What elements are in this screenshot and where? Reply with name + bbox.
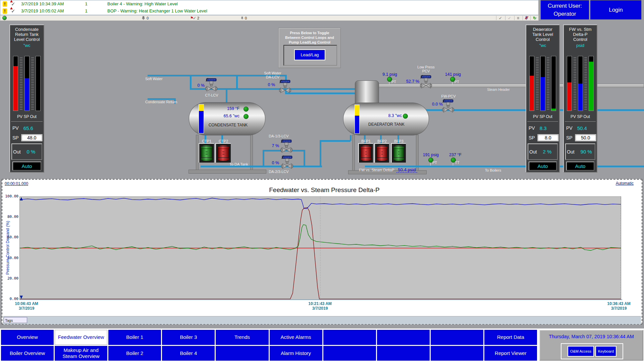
nav-report-viewer[interactable]: Report Viewer	[484, 346, 537, 361]
tags-input[interactable]: Tags	[4, 317, 27, 323]
sp-bar	[578, 56, 583, 111]
valve-da-2-3-lcv[interactable]	[281, 155, 293, 170]
pump-ctp1[interactable]: CTP1	[199, 143, 214, 163]
login-button[interactable]: Login	[590, 0, 641, 19]
pt-tag: PT	[390, 80, 397, 84]
nav-boiler-2[interactable]: Boiler 2	[108, 346, 161, 361]
sw-da-lcv-label-2: DA-LCV	[264, 75, 281, 79]
nav-makeup-air-and-steam-overview[interactable]: Makeup Air and Steam Overview	[55, 346, 107, 361]
nav-empty[interactable]	[377, 330, 430, 345]
refresh-button[interactable]: ↻	[532, 16, 537, 20]
small-bell-icon[interactable]: 0	[240, 16, 247, 20]
tank-base	[189, 170, 266, 174]
valve-soft-water-da-lcv[interactable]	[279, 79, 291, 94]
out-label: Out	[13, 149, 21, 155]
login-label: Login	[609, 6, 623, 14]
pump-body	[377, 145, 387, 161]
bar-ticks	[20, 56, 22, 111]
pump-body	[393, 145, 404, 161]
da-2-3-lcv-value: 0 %	[268, 161, 279, 165]
nav-trends[interactable]: Trends	[216, 330, 268, 345]
toggle-text-2: Between Control Loops and	[279, 35, 340, 40]
nav-empty[interactable]	[431, 346, 483, 361]
fw-deltap-label: FW vs. Steam DeltaP	[358, 168, 395, 172]
nav-boiler-overview[interactable]: Boiler Overview	[1, 346, 54, 361]
nav-empty[interactable]	[431, 330, 483, 345]
faceplate-deaerator-level: DeaeratorTank LevelControl "wc PV SP Out…	[526, 24, 560, 173]
faceplate-bars	[529, 56, 556, 111]
nav-empty[interactable]	[216, 346, 268, 361]
menu-button[interactable]: ≡	[516, 16, 520, 20]
trend-interval-link[interactable]: 00:00:01.000	[5, 181, 28, 186]
pump-bfp3[interactable]: BFP3	[391, 143, 406, 163]
nav-empty[interactable]	[323, 330, 376, 345]
condensate-temp-indicator	[244, 107, 249, 112]
current-user-label: Current User:	[548, 2, 582, 10]
nav-boiler-1[interactable]: Boiler 1	[108, 330, 161, 345]
sp-row: SP	[566, 134, 595, 142]
auto-mode-button[interactable]: Auto	[529, 162, 557, 171]
pump-ctp2[interactable]: CTP2	[215, 143, 231, 163]
pv-label: PV	[529, 125, 535, 131]
ack-all-button[interactable]: ✓	[507, 16, 512, 20]
nav-overview[interactable]: Overview	[1, 330, 54, 345]
pt-tag: PT	[453, 80, 460, 84]
keyboard-button[interactable]: Keyboard	[595, 346, 616, 357]
condensate-temp-value: 159 °F	[217, 106, 239, 111]
auto-mode-button[interactable]: Auto	[12, 162, 41, 171]
ack-button[interactable]: ✓	[498, 16, 503, 20]
leadlag-button[interactable]: Lead/Lag	[294, 49, 325, 60]
alarm-row[interactable]: !✓3/7/2019 10:34:39 AM1Boiler 4 - Warnin…	[0, 0, 538, 7]
warning-icon: !	[3, 8, 7, 14]
tt-tag: TT	[454, 161, 461, 165]
x-tick-left: 10:06:43 AM3/7/2019	[6, 301, 47, 311]
condensate-tank-label: CONDENSATE TANK	[206, 123, 250, 127]
nav-active-alarms[interactable]: Active Alarms	[270, 330, 322, 345]
valve-low-press-pcv[interactable]	[420, 74, 432, 89]
faceplate-title: FW vs. StmDelta-PControl	[564, 27, 597, 42]
low-press-pcv-value: 52.7 %	[404, 79, 419, 84]
valve-fw-pcv[interactable]	[442, 99, 454, 113]
alarm-message: BOP - Warning: Heat Exchanger 1 Low Wate…	[107, 8, 207, 13]
nav-report-data[interactable]: Report Data	[484, 330, 537, 345]
bars-legend: PV SP Out	[564, 114, 597, 119]
pump-label: BFP2	[375, 139, 389, 143]
sp-label: SP	[566, 135, 573, 140]
nav-boiler-3[interactable]: Boiler 3	[162, 330, 215, 345]
pt-tag: PT	[431, 161, 438, 165]
trend-cursor-top-icon[interactable]	[20, 197, 23, 200]
bar-ticks	[574, 56, 576, 111]
condensate-level-indicator	[244, 114, 249, 119]
sp-input[interactable]	[575, 134, 596, 141]
faceplate-bars	[13, 56, 41, 111]
sp-input[interactable]	[537, 134, 559, 141]
fw-deltap-value[interactable]: 50.4 psid	[396, 167, 417, 173]
bell-icon[interactable]: 0	[141, 16, 149, 20]
sp-input[interactable]	[21, 134, 43, 141]
alarm-row[interactable]: !✓3/7/2019 10:05:02 AM1BOP - Warning: He…	[0, 7, 538, 14]
trend-plot-area[interactable]	[19, 196, 621, 300]
om-access-button[interactable]: O&M Access	[568, 346, 594, 357]
out-label: Out	[529, 149, 537, 155]
valve-ct-lcv[interactable]	[205, 77, 217, 92]
trend-cursor-bottom-icon[interactable]	[20, 296, 23, 299]
pump-bfp1[interactable]: BFP1	[358, 143, 373, 163]
pipe	[190, 75, 192, 90]
nav-boiler-4[interactable]: Boiler 4	[162, 346, 215, 361]
trend-series-dark-red-pressure	[20, 207, 621, 299]
nav-empty[interactable]	[323, 346, 376, 361]
auto-mode-button[interactable]: Auto	[566, 162, 594, 171]
pump-bfp2[interactable]: BFP2	[374, 143, 389, 163]
valve-da-1-3-lcv[interactable]	[280, 139, 292, 154]
nav-grid: OverviewFeedwater OverviewBoiler 1Boiler…	[1, 330, 537, 361]
out-value: 2 %	[543, 149, 552, 155]
nav-feedwater-overview[interactable]: Feedwater Overview	[55, 330, 107, 345]
faceplate-unit: "wc	[10, 43, 44, 48]
divider	[565, 121, 596, 122]
alarm-message: Boiler 4 - Warning: High Water Level	[107, 1, 178, 6]
nav-alarm-history[interactable]: Alarm History	[270, 346, 322, 361]
mode-label: Auto	[575, 163, 586, 169]
nav-empty[interactable]	[377, 346, 430, 361]
trend-mode-link[interactable]: Automatic	[616, 181, 634, 186]
ack-flag-icon[interactable]: ⚑ ✓ 2	[190, 16, 199, 20]
